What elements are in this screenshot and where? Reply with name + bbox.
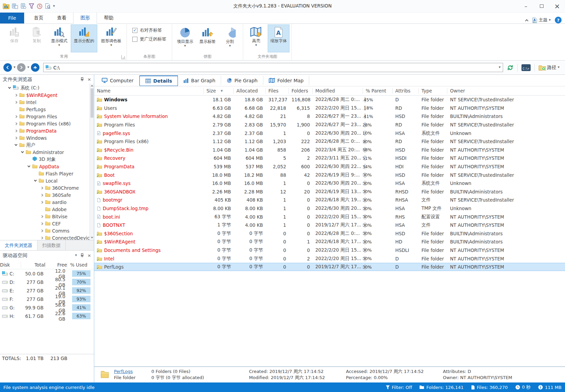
view-tab-bar-graph[interactable]: Bar Graph — [178, 76, 221, 85]
maximize-button[interactable] — [534, 0, 549, 12]
table-row[interactable]: bootmgr 405 KB 408 KB 1 0 2022/6/18 周六 1… — [94, 196, 565, 204]
tab-scan-data[interactable]: 扫描数据 — [37, 240, 66, 250]
expand-icon[interactable] — [40, 223, 44, 225]
qat-search-report-icon[interactable] — [45, 3, 51, 9]
column-allocated[interactable]: Allocated — [234, 88, 266, 94]
tree-item[interactable]: ProgramData — [0, 127, 94, 134]
copy-button[interactable]: 复制 — [26, 24, 48, 52]
tree-item[interactable]: Windows — [0, 134, 94, 141]
item-display-dropdown-icon[interactable]: ▼ — [184, 45, 186, 47]
tree-item[interactable]: Administrator — [0, 149, 94, 156]
tree-scrollbar[interactable] — [89, 84, 94, 240]
view-tab-folder-map[interactable]: Folder Map — [263, 76, 309, 85]
qat-dropdown-icon[interactable]: ▼ — [53, 5, 55, 7]
qat-filter-icon[interactable] — [29, 3, 34, 9]
item-display-button[interactable]: 项目显示 ▼ — [174, 24, 196, 52]
display-mode-dropdown-icon[interactable]: ▼ — [58, 44, 60, 47]
column-attribs[interactable]: Attribs — [393, 88, 419, 94]
highlight-button[interactable]: 高亮 ▼ — [245, 24, 267, 52]
table-row[interactable]: ✓Documents and Settings 0 字节 0 字节 0 0 20… — [94, 246, 565, 255]
collapse-ribbon-icon[interactable] — [525, 19, 528, 22]
refresh-button[interactable] — [505, 63, 516, 72]
column-owner[interactable]: Owner — [447, 88, 565, 94]
table-row[interactable]: ✓Program Files (x86) 1.12 GB 1.12 GB 1,2… — [94, 137, 565, 146]
scroll-up-icon[interactable] — [90, 85, 93, 87]
tree-item[interactable]: 用户 — [0, 141, 94, 149]
qat-report-icon[interactable] — [20, 3, 27, 9]
view-tab-computer[interactable]: Computer — [96, 76, 139, 85]
table-row[interactable]: pagefile.sys 2.37 GB 2.37 GB 1 0 2022/6/… — [94, 129, 565, 137]
close-panel-icon[interactable]: × — [87, 77, 91, 82]
qat-drives-report-icon[interactable] — [12, 3, 18, 9]
detail-name-link[interactable]: PerfLogs — [114, 369, 151, 374]
expand-icon[interactable] — [40, 237, 44, 239]
graph-palette-button[interactable]: 图形调色板 ▼ — [98, 24, 124, 52]
tab-help[interactable]: 帮助 — [97, 13, 120, 23]
back-button[interactable] — [3, 63, 12, 72]
split-dropdown-icon[interactable]: ▼ — [229, 45, 231, 47]
address-dropdown-icon[interactable]: ▼ — [499, 66, 500, 69]
table-row[interactable]: ✓Windows 18.1 GB 18.8 GB 317,237 116,808… — [94, 96, 565, 104]
wider-labels-checkbox[interactable]: 更广泛的标签 — [132, 36, 166, 42]
command-prompt-button[interactable]: C:\> — [519, 63, 533, 72]
column-type[interactable]: Type — [419, 88, 447, 94]
tree-item[interactable]: aardio — [0, 199, 94, 206]
expand-icon[interactable] — [40, 216, 44, 218]
path-button[interactable]: 路径 ▼ — [536, 64, 562, 72]
tree-item[interactable]: Flash Player — [0, 170, 94, 177]
tab-graph[interactable]: 图形 — [73, 12, 97, 24]
tab-home[interactable]: 首页 — [27, 13, 50, 23]
table-row[interactable]: DumpStack.log.tmp 8.00 KB 8.00 KB 1 0 20… — [94, 204, 565, 213]
collapse-icon[interactable] — [8, 87, 11, 88]
table-row[interactable]: ✓Boot 18.0 MB 18.2 MB 88 42 2022/6/19 周日… — [94, 171, 565, 179]
table-row[interactable]: ✓ProgramData 539 MB 537 MB 2,052 600 202… — [94, 163, 565, 171]
help-button[interactable]: ? — [555, 17, 562, 23]
expand-icon[interactable] — [14, 137, 18, 139]
column-percent-parent[interactable]: % Parent — [363, 88, 393, 94]
qat-schedule-icon[interactable] — [37, 3, 43, 9]
view-tab-details[interactable]: Details — [139, 75, 178, 86]
tree-item[interactable]: Bitvise — [0, 213, 94, 220]
tree-item[interactable]: Adobe — [0, 206, 94, 213]
table-row-selected[interactable]: ✓PerfLogs 0 字节 0 字节 0 0 2019/12/7 周六 17.… — [94, 263, 565, 271]
expand-icon[interactable] — [14, 116, 18, 118]
expand-icon[interactable] — [40, 187, 44, 189]
table-row[interactable]: ✓Intel 0 字节 0 字节 0 2 2022/2/20 周日 15... … — [94, 254, 565, 263]
collapse-icon[interactable] — [21, 152, 24, 153]
tree-item[interactable]: 3D 对象 — [0, 156, 94, 163]
forward-button[interactable] — [17, 63, 26, 72]
column-size[interactable]: Size▼ — [204, 88, 234, 94]
tab-view[interactable]: 查看 — [50, 13, 73, 23]
tree-item[interactable]: Local — [0, 177, 94, 184]
show-labels-button[interactable]: 显示标签 — [197, 24, 218, 52]
expand-icon[interactable] — [14, 130, 18, 132]
table-row[interactable]: ✓$360Section 0 字节 0 字节 0 0 2022/6/28 周二 … — [94, 229, 565, 238]
back-dropdown-icon[interactable]: ▼ — [14, 66, 15, 69]
filter-status[interactable]: Filter: Off — [386, 385, 412, 390]
show-allocated-button[interactable]: 显示分配的 — [71, 24, 97, 52]
tree-item[interactable]: AppData — [0, 163, 94, 170]
dialog-launcher-icon[interactable] — [121, 55, 126, 59]
up-button[interactable] — [31, 63, 39, 72]
collapse-icon[interactable] — [27, 166, 31, 167]
column-name[interactable]: Name — [94, 88, 204, 94]
theme-button[interactable]: A 主题▼ — [532, 17, 551, 23]
expand-icon[interactable] — [40, 201, 44, 203]
tree-item[interactable]: Comms — [0, 227, 94, 234]
forward-dropdown-icon[interactable]: ▼ — [27, 66, 29, 69]
save-button[interactable]: 保存 — [3, 24, 25, 52]
table-row[interactable]: ✓Users 6.63 GB 6.68 GB 22,818 6,315 2022… — [94, 104, 565, 113]
table-row[interactable]: ✓Recovery 604 MB 604 MB 5 2 2022/3/11 周五… — [94, 154, 565, 163]
table-row[interactable]: ✓System Volume Information 4.82 GB 4.82 … — [94, 112, 565, 121]
tree-item[interactable]: CEF — [0, 220, 94, 227]
tree-item[interactable]: Program Files (x86) — [0, 120, 94, 127]
zoom-font-button[interactable]: A 缩放字体 — [268, 24, 289, 52]
tree-item[interactable]: Intel — [0, 99, 94, 106]
graph-palette-dropdown-icon[interactable]: ▼ — [110, 44, 112, 47]
column-folders[interactable]: Folders — [289, 88, 313, 94]
table-row[interactable]: swapfile.sys 16.0 MB 16.0 MB 1 0 2022/6/… — [94, 179, 565, 188]
close-button[interactable]: × — [549, 0, 565, 12]
table-row[interactable]: BOOTNXT 1 字节 4.00 KB 1 0 2019/12/7 周六 17… — [94, 221, 565, 229]
tree-item[interactable]: Program Files — [0, 113, 94, 120]
highlight-dropdown-icon[interactable]: ▼ — [255, 44, 257, 47]
